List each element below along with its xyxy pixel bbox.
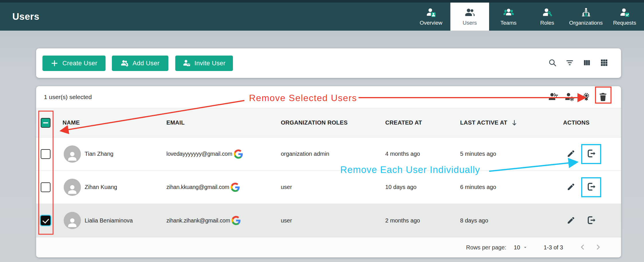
actions-cell (563, 181, 621, 194)
remove-user-role-button[interactable] (547, 91, 559, 103)
google-icon (231, 183, 240, 192)
chevron-right-icon (594, 243, 602, 252)
avatar (64, 179, 81, 196)
pencil-icon (567, 149, 576, 159)
tab-roles[interactable]: Roles (528, 3, 567, 31)
rows-per-page-label: Rows per page: (466, 244, 506, 251)
name-cell: Lialia Beniaminova (55, 212, 166, 229)
search-button[interactable] (546, 57, 559, 70)
organization-role-cell: organization admin (281, 151, 385, 157)
actions-cell (563, 214, 621, 227)
next-page-button[interactable] (592, 242, 604, 253)
user-email: lovedayyyyyyy@gmail.com (166, 151, 232, 157)
create-user-label: Create User (63, 60, 98, 67)
created-at-cell: 4 months ago (385, 151, 460, 157)
team-icon (503, 7, 514, 18)
table-row: Tian Zhang lovedayyyyyyy@gmail.com organ… (36, 137, 621, 171)
user-name: Tian Zhang (85, 151, 113, 157)
user-email: zihan.kkuang@gmail.com (166, 184, 229, 190)
filter-icon (565, 58, 574, 68)
user-settings-button[interactable] (564, 91, 575, 103)
remove-user-button[interactable] (585, 181, 598, 194)
pagination-range: 1-3 of 3 (544, 244, 563, 251)
exit-icon (586, 215, 596, 226)
plus-icon (51, 59, 59, 67)
tab-label: Requests (613, 20, 636, 26)
assign-role-button[interactable] (581, 91, 592, 103)
grid-view-button[interactable] (598, 57, 610, 70)
add-user-button[interactable]: Add User (112, 56, 168, 71)
edit-user-button[interactable] (565, 214, 577, 227)
pencil-icon (567, 182, 576, 192)
chevron-left-icon (579, 243, 587, 252)
person-mail-icon (183, 59, 190, 67)
award-icon (581, 92, 591, 103)
invite-user-button[interactable]: Invite User (175, 56, 233, 71)
row-checkbox-cell (36, 149, 55, 159)
view-columns-icon (583, 58, 591, 68)
org-chart-icon (581, 7, 591, 18)
rows-per-page-value: 10 (514, 244, 520, 251)
edit-user-button[interactable] (565, 148, 577, 160)
last-active-at-cell: 8 days ago (460, 217, 563, 224)
caret-down-icon (523, 245, 528, 250)
exit-icon (586, 148, 596, 159)
delete-selected-users-button[interactable] (597, 91, 609, 103)
tab-organizations[interactable]: Organizations (567, 3, 605, 31)
email-cell: zihank.zihank@gmail.com (166, 216, 281, 225)
toolbar: Create User Add User Invite User (36, 48, 621, 78)
table-row-selected: Lialia Beniaminova zihank.zihank@gmail.c… (36, 204, 621, 237)
column-header-name[interactable]: NAME (55, 119, 166, 126)
view-columns-button[interactable] (581, 57, 593, 70)
row-checkbox[interactable] (41, 149, 50, 159)
actions-cell (563, 148, 621, 160)
tab-label: Teams (501, 20, 517, 26)
tab-teams[interactable]: Teams (489, 3, 528, 31)
page-title: Users (12, 3, 39, 31)
person-check-icon (620, 7, 630, 18)
email-cell: lovedayyyyyyy@gmail.com (166, 149, 281, 159)
edit-user-button[interactable] (565, 181, 577, 194)
add-user-label: Add User (133, 60, 159, 67)
table-row: Zihan Kuang zihan.kkuang@gmail.com user … (36, 171, 621, 204)
column-header-actions: ACTIONS (563, 119, 621, 126)
grid-view-icon (600, 58, 609, 68)
previous-page-button[interactable] (577, 242, 588, 253)
column-header-email[interactable]: EMAIL (166, 119, 281, 126)
user-email: zihank.zihank@gmail.com (166, 217, 230, 224)
rows-per-page-select[interactable]: 10 (514, 244, 528, 251)
remove-user-button[interactable] (585, 214, 598, 227)
table-footer: Rows per page: 10 1-3 of 3 (36, 237, 621, 257)
created-at-cell: 10 days ago (385, 184, 460, 190)
column-header-created-at[interactable]: CREATED AT (385, 119, 460, 126)
people-plus-icon (121, 59, 129, 67)
invite-user-label: Invite User (194, 60, 225, 67)
person-badge-icon (426, 7, 436, 18)
row-checkbox-cell (36, 182, 55, 192)
table-header-row: NAME EMAIL ORGANIZATION ROLES CREATED AT… (36, 108, 621, 137)
app-header: Users Overview Users Teams Roles Organiz… (0, 0, 644, 31)
select-all-checkbox[interactable] (41, 118, 50, 128)
remove-user-button[interactable] (585, 148, 598, 160)
organization-role-cell: user (281, 184, 385, 190)
create-user-button[interactable]: Create User (42, 56, 106, 71)
google-icon (231, 216, 241, 225)
email-cell: zihan.kkuang@gmail.com (166, 183, 281, 192)
tab-requests[interactable]: Requests (605, 3, 644, 31)
tab-users[interactable]: Users (450, 3, 489, 31)
trash-icon (598, 92, 608, 103)
row-checkbox[interactable] (41, 182, 50, 192)
user-gear-icon (565, 92, 575, 103)
tab-overview[interactable]: Overview (412, 3, 450, 31)
column-header-organization-roles[interactable]: ORGANIZATION ROLES (281, 119, 385, 126)
column-header-last-active-label: LAST ACTIVE AT (460, 119, 507, 126)
last-active-at-cell: 6 minutes ago (460, 184, 563, 190)
tab-label: Organizations (569, 20, 603, 26)
filter-button[interactable] (563, 57, 576, 70)
tab-label: Overview (420, 20, 442, 26)
column-header-last-active-at[interactable]: LAST ACTIVE AT (460, 119, 563, 127)
row-checkbox-checked[interactable] (41, 216, 50, 225)
people-icon (465, 7, 475, 18)
last-active-at-cell: 5 minutes ago (460, 151, 563, 157)
organization-role-cell: user (281, 217, 385, 224)
